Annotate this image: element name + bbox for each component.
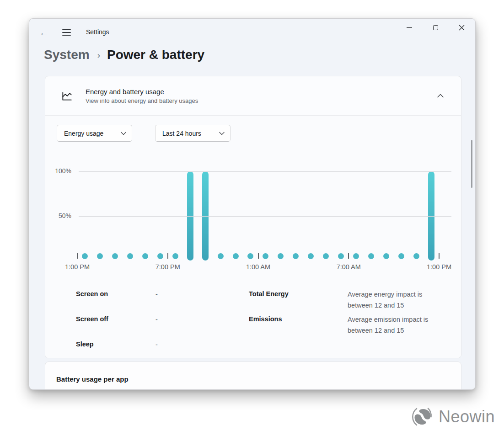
chart-y-label: 50% (45, 212, 71, 219)
chart-x-tick-label: 1:00 AM (238, 263, 279, 271)
chart-x-tick (258, 253, 259, 259)
chart-dot (82, 253, 88, 259)
minimize-button[interactable] (399, 20, 420, 35)
chart-dot (308, 253, 314, 259)
neowin-logo-icon (411, 405, 434, 429)
battery-per-app-card: Battery usage per app (45, 362, 461, 390)
close-icon (459, 25, 465, 31)
time-range-value: Last 24 hours (162, 130, 219, 137)
chart-x-tick (167, 253, 168, 259)
energy-usage-chart: 100%50%1:00 PM7:00 PM1:00 AM7:00 AM1:00 … (45, 164, 461, 276)
chart-x-tick-label: 1:00 PM (57, 263, 98, 271)
chart-dot (112, 253, 118, 259)
energy-card-subtitle: View info about energy and battery usage… (86, 97, 433, 104)
chart-dot (157, 253, 163, 259)
chart-dot (142, 253, 148, 259)
maximize-icon (433, 25, 438, 30)
app-title: Settings (86, 28, 109, 36)
maximize-button[interactable] (425, 20, 446, 35)
chart-dot (233, 253, 239, 259)
filter-row: Energy usage Last 24 hours (57, 125, 231, 142)
chart-gridline (79, 216, 451, 217)
chevron-down-icon (219, 132, 225, 135)
stat-screen-off: Screen off - (76, 311, 249, 336)
chevron-up-icon (437, 94, 444, 98)
chart-x-tick-label: 7:00 AM (328, 263, 369, 271)
chart-dot (172, 253, 178, 259)
time-range-dropdown[interactable]: Last 24 hours (155, 125, 231, 142)
chart-dot (368, 253, 374, 259)
chart-x-tick-label: 7:00 PM (147, 263, 188, 271)
usage-type-value: Energy usage (64, 130, 121, 137)
back-arrow-icon: ← (39, 27, 48, 38)
chart-x-tick (439, 253, 440, 259)
chart-dot (218, 253, 224, 259)
chart-dot (353, 253, 359, 259)
chart-dot (383, 253, 389, 259)
chart-y-label: 100% (45, 167, 71, 175)
branding: Neowin (411, 405, 495, 429)
titlebar: ← Settings (29, 19, 475, 46)
chart-dot (97, 253, 103, 259)
navigation-menu-button[interactable] (60, 28, 72, 37)
stat-total-energy: Total Energy Average energy impact is be… (249, 286, 447, 311)
page-title: Power & battery (107, 48, 204, 62)
energy-card-body: Energy usage Last 24 hours 100%50%1:00 P… (45, 116, 461, 358)
chart-gridline (79, 171, 451, 172)
minimize-icon (407, 27, 412, 28)
chart-x-tick (77, 253, 78, 259)
close-button[interactable] (451, 20, 472, 35)
usage-stats: Screen on - Screen off - Sleep - Total E… (76, 286, 447, 358)
collapse-button[interactable] (433, 90, 448, 102)
stat-screen-on: Screen on - (76, 286, 249, 311)
energy-card-title: Energy and battery usage (86, 88, 433, 96)
chart-dot (263, 253, 268, 259)
energy-usage-card: Energy and battery usage View info about… (45, 76, 461, 358)
chart-dot (127, 253, 133, 259)
energy-card-header[interactable]: Energy and battery usage View info about… (45, 76, 461, 115)
breadcrumb: System › Power & battery (44, 46, 204, 64)
scrollbar-thumb[interactable] (471, 140, 472, 188)
usage-type-dropdown[interactable]: Energy usage (57, 125, 132, 142)
chart-dot (278, 253, 284, 259)
branding-name: Neowin (439, 407, 495, 426)
back-button[interactable]: ← (38, 26, 50, 39)
chart-x-tick-label: 1:00 PM (418, 263, 460, 271)
battery-per-app-title: Battery usage per app (45, 362, 461, 383)
settings-window: ← Settings System › Power & battery (29, 18, 476, 390)
breadcrumb-separator-icon: › (97, 50, 100, 60)
chart-x-tick (348, 253, 349, 259)
chart-dot (293, 253, 299, 259)
chart-dot (247, 253, 253, 259)
hamburger-icon (62, 29, 71, 30)
chart-dot (413, 253, 419, 259)
breadcrumb-system[interactable]: System (44, 48, 90, 62)
stat-emissions: Emissions Average emission impact is bet… (249, 311, 447, 336)
chevron-down-icon (121, 132, 126, 135)
chart-dot (323, 253, 329, 259)
chart-dot (338, 253, 344, 259)
stat-sleep: Sleep - (76, 336, 249, 358)
line-chart-icon (61, 90, 73, 102)
chart-dot (398, 253, 404, 259)
